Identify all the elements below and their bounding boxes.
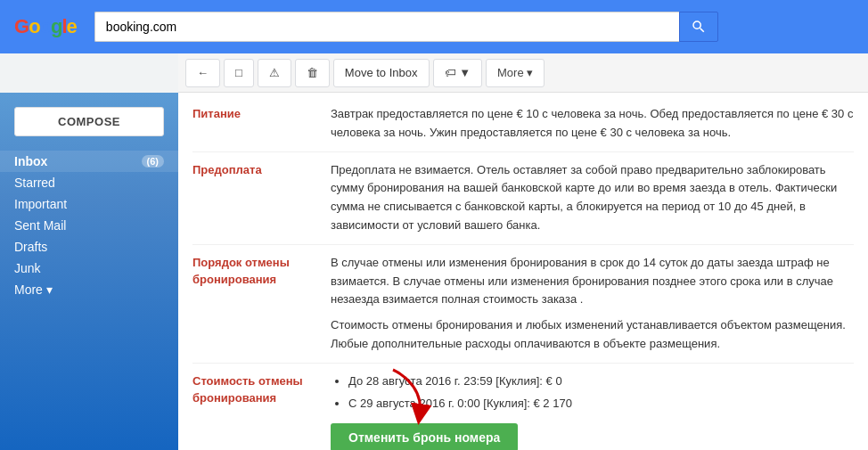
sidebar-item-starred[interactable]: Starred [0, 172, 178, 193]
label-предоплата: Предоплата [192, 161, 331, 235]
row-питание: Питание Завтрак предоставляется по цене … [192, 100, 854, 148]
row-стоимость-отмены: Стоимость отмены бронирования До 28 авгу… [192, 367, 854, 450]
email-body: Питание Завтрак предоставляется по цене … [178, 93, 868, 450]
move-inbox-label: Move to Inbox [345, 66, 418, 79]
back-button[interactable]: ← [185, 59, 220, 87]
labels-button[interactable]: 🏷 ▼ [433, 59, 482, 87]
search-icon [691, 19, 707, 35]
top-bar: Google [0, 0, 868, 53]
label-питание: Питание [192, 105, 331, 143]
sidebar-item-sent[interactable]: Sent Mail [0, 215, 178, 236]
back-icon: ← [197, 66, 209, 79]
row-предоплата: Предоплата Предоплата не взимается. Отел… [192, 156, 854, 241]
search-button[interactable] [679, 12, 718, 42]
main-layout: COMPOSE Inbox (6) Starred Important Sent… [0, 93, 868, 450]
compose-button[interactable]: COMPOSE [14, 107, 164, 136]
label-порядок-отмены: Порядок отмены бронирования [192, 254, 331, 354]
more-label: More ▾ [497, 66, 533, 79]
toolbar: ← □ ⚠ 🗑 Move to Inbox 🏷 ▼ More ▾ [178, 53, 868, 93]
sidebar-more[interactable]: More ▾ [0, 279, 178, 300]
delete-button[interactable]: 🗑 [295, 59, 330, 87]
sidebar-item-inbox[interactable]: Inbox (6) [0, 151, 178, 172]
value-питание: Завтрак предоставляется по цене € 10 с ч… [331, 105, 854, 143]
trash-icon: 🗑 [307, 66, 318, 79]
sidebar-item-drafts[interactable]: Drafts [0, 236, 178, 258]
label-icon: 🏷 ▼ [445, 66, 471, 79]
red-arrow-icon [375, 365, 438, 428]
google-logo: Google [14, 15, 77, 38]
sidebar-item-junk[interactable]: Junk [0, 258, 178, 279]
sidebar-item-important[interactable]: Important [0, 193, 178, 215]
more-button[interactable]: More ▾ [486, 59, 545, 87]
value-стоимость-отмены: До 28 августа 2016 г. 23:59 [Куклия]: € … [331, 372, 854, 450]
spam-icon: ⚠ [269, 66, 280, 79]
archive-button[interactable]: □ [224, 59, 254, 87]
row-порядок-отмены: Порядок отмены бронирования В случае отм… [192, 249, 854, 359]
email-content: Питание Завтрак предоставляется по цене … [178, 93, 868, 450]
move-to-inbox-button[interactable]: Move to Inbox [333, 59, 430, 87]
sidebar: COMPOSE Inbox (6) Starred Important Sent… [0, 93, 178, 450]
value-порядок-отмены: В случае отмены или изменения бронирован… [331, 254, 854, 354]
value-предоплата: Предоплата не взимается. Отель оставляет… [331, 161, 854, 235]
search-bar [94, 12, 718, 42]
report-spam-button[interactable]: ⚠ [258, 59, 291, 87]
search-input[interactable] [94, 12, 679, 42]
label-стоимость-отмены: Стоимость отмены бронирования [192, 372, 331, 450]
archive-icon: □ [235, 66, 242, 79]
